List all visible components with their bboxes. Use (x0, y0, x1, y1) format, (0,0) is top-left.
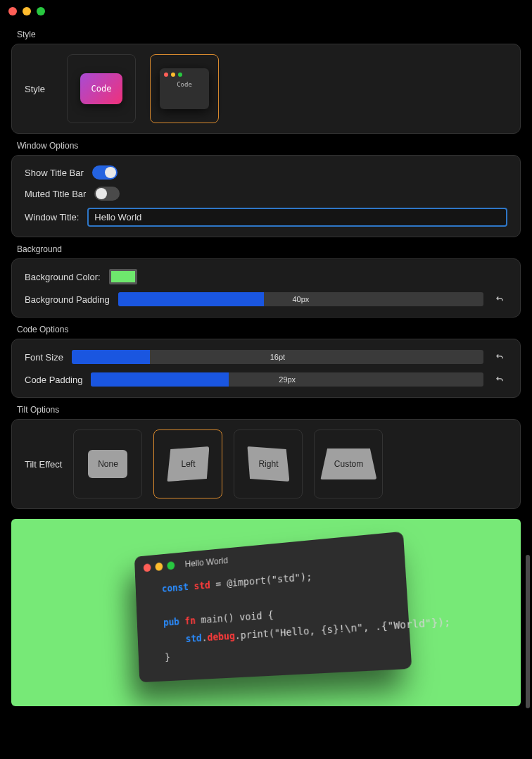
background-panel: Background Color: Background Padding 40p… (11, 258, 521, 318)
muted-title-bar-label: Muted Title Bar (25, 189, 86, 199)
tk: main() void { (195, 609, 274, 626)
tk: } (165, 651, 170, 663)
tilt-option-none[interactable]: None (73, 429, 142, 498)
section-label-window: Window Options (17, 141, 521, 151)
font-size-slider[interactable]: 16pt (72, 350, 483, 364)
background-padding-slider[interactable]: 40px (118, 292, 483, 306)
preview-area: Hello World const std = @import("std"); … (11, 519, 521, 706)
preview-close-icon (144, 563, 151, 572)
tilt-label-left: Left (181, 459, 195, 469)
background-color-label: Background Color: (25, 272, 101, 282)
section-label-tilt: Tilt Options (17, 405, 521, 415)
preview-maximize-icon (167, 561, 175, 570)
tk: debug (207, 629, 235, 642)
section-label-style: Style (17, 30, 521, 39)
font-size-value: 16pt (270, 353, 285, 361)
section-label-code: Code Options (17, 325, 521, 334)
tk: std (185, 632, 202, 644)
font-size-reset[interactable] (492, 349, 507, 365)
preview-title: Hello World (184, 555, 228, 569)
style-panel: Style Code Code (11, 44, 521, 134)
tk: = @import("std"); (210, 570, 312, 590)
tilt-shape-custom: Custom (320, 448, 376, 479)
show-title-bar-toggle[interactable] (92, 165, 118, 180)
code-pill-label: Code (91, 84, 112, 94)
tilt-option-right[interactable]: Right (234, 429, 303, 498)
code-pill-preview: Code (80, 73, 122, 104)
code-padding-label: Code Padding (25, 375, 82, 385)
tilt-shape-left: Left (167, 446, 209, 482)
code-padding-value: 29px (279, 375, 296, 384)
tilt-shape-none: None (88, 450, 127, 478)
background-padding-reset[interactable] (492, 291, 507, 307)
tk: const (162, 581, 189, 594)
undo-icon (495, 375, 505, 384)
window-title-input[interactable] (87, 208, 507, 227)
tilt-option-custom[interactable]: Custom (314, 429, 383, 498)
style-option-gradient[interactable]: Code (67, 54, 136, 123)
style-row-label: Style (25, 84, 53, 94)
muted-title-bar-toggle[interactable] (94, 187, 120, 201)
code-padding-slider[interactable]: 29px (91, 372, 483, 387)
preview-code-window: Hello World const std = @import("std"); … (134, 532, 412, 682)
close-icon[interactable] (8, 7, 17, 15)
tk: pub (163, 616, 179, 628)
minimize-icon[interactable] (23, 7, 31, 15)
section-label-background: Background (17, 244, 521, 254)
maximize-icon[interactable] (37, 7, 45, 15)
undo-icon (495, 294, 505, 304)
code-padding-reset[interactable] (492, 372, 507, 387)
show-title-bar-label: Show Title Bar (25, 168, 84, 178)
mini-yellow-icon (171, 73, 175, 77)
background-padding-label: Background Padding (25, 294, 110, 305)
background-color-swatch[interactable] (109, 269, 137, 284)
code-options-panel: Font Size 16pt Code Padding 29px (11, 339, 521, 398)
tilt-label-custom: Custom (334, 459, 363, 469)
tilt-shape-right: Right (247, 446, 289, 482)
tilt-option-left[interactable]: Left (153, 429, 222, 498)
window-traffic-lights (0, 0, 532, 23)
font-size-label: Font Size (25, 352, 63, 363)
tilt-panel: Tilt Effect None Left Right Custom (11, 419, 521, 509)
window-options-panel: Show Title Bar Muted Title Bar Window Ti… (11, 155, 521, 237)
preview-minimize-icon (155, 562, 163, 570)
tilt-row-label: Tilt Effect (25, 459, 62, 470)
mini-window-preview: Code (160, 68, 209, 109)
tk: fn (184, 615, 196, 627)
window-title-label: Window Title: (25, 212, 79, 222)
mini-green-icon (178, 73, 182, 77)
mini-code-label: Code (177, 81, 192, 88)
style-option-window[interactable]: Code (150, 54, 219, 123)
tilt-label-right: Right (258, 459, 278, 469)
tk: std (194, 579, 210, 591)
scrollbar[interactable] (526, 555, 530, 708)
mini-red-icon (164, 73, 168, 77)
undo-icon (495, 352, 505, 362)
tilt-label-none: None (98, 459, 118, 469)
background-padding-value: 40px (292, 295, 309, 303)
